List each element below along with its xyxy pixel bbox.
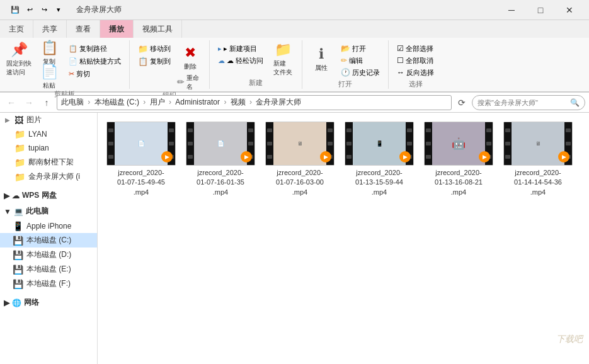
paste-button[interactable]: 📄 粘贴 <box>35 65 63 88</box>
window-controls: ─ □ ✕ <box>497 0 584 20</box>
sidebar-item-localf[interactable]: 💾 本地磁盘 (F:) <box>0 276 97 291</box>
selectall-icon: ☑ <box>397 44 404 53</box>
film-hole <box>328 142 333 145</box>
deselect-button[interactable]: ☐ 全部取消 <box>394 55 437 66</box>
sidebar-item-locale[interactable]: 💾 本地磁盘 (E:) <box>0 262 97 276</box>
reverse-button[interactable]: ↔ 反向选择 <box>394 67 437 78</box>
film-hole <box>248 142 253 145</box>
newfolder-label: 新建文件夹 <box>273 59 292 77</box>
rename-label: 重命名 <box>186 74 203 91</box>
file-thumb-1: 📄 ▶ <box>106 122 176 166</box>
pasteshortcut-button[interactable]: 📄 粘贴快捷方式 <box>66 55 124 67</box>
newproject-icon: ▸ <box>218 45 222 53</box>
sidebar-item-locald[interactable]: 💾 本地磁盘 (D:) <box>0 247 97 262</box>
file-item-4[interactable]: 📱 ▶ jzrecord_2020-01-13-15-59-44.mp4 <box>345 122 414 197</box>
thumb-preview-1: 📄 <box>137 139 146 148</box>
newproject-button[interactable]: ▸ ▸ 新建项目 <box>215 43 266 54</box>
copy-button[interactable]: 📋 复制 <box>35 42 63 64</box>
up-button[interactable]: ↑ <box>39 95 54 110</box>
easyaccess-button[interactable]: ☁ ☁ 轻松访问 <box>215 55 266 66</box>
tab-share[interactable]: 共享 <box>33 20 67 38</box>
qat-dropdown[interactable]: ▾ <box>52 4 65 16</box>
film-strip-left-5 <box>425 122 432 165</box>
delete-button[interactable]: ✖ 删除 <box>176 42 204 74</box>
ribbon-group-clipboard: 📌 固定到快速访问 📋 复制 📄 粘贴 📋 复 <box>0 40 130 89</box>
localc-label: 本地磁盘 (C:) <box>26 235 71 246</box>
expand-thispc-icon: ▼ <box>4 207 11 216</box>
file-name-3: jzrecord_2020-01-07-16-03-00.mp4 <box>276 168 324 197</box>
rename-button[interactable]: ✏ 重命名 <box>176 76 204 89</box>
close-button[interactable]: ✕ <box>555 0 584 20</box>
newfolder-button[interactable]: 📁 新建文件夹 <box>269 42 297 77</box>
search-input[interactable] <box>477 99 568 106</box>
sidebar-group-network[interactable]: ▶ 🌐 网络 <box>0 295 97 310</box>
maximize-button[interactable]: □ <box>526 0 555 20</box>
open-button[interactable]: 📂 打开 <box>338 43 383 54</box>
select-buttons: ☑ 全部选择 ☐ 全部取消 ↔ 反向选择 <box>394 42 437 78</box>
file-item-1[interactable]: 📄 ▶ jzrecord_2020-01-07-15-49-45.mp4 <box>106 122 176 197</box>
file-name-4: jzrecord_2020-01-13-15-59-44.mp4 <box>355 168 403 197</box>
sidebar-item-pictures[interactable]: ▶ 🖼 图片 <box>0 113 97 127</box>
moveto-button[interactable]: 📁 移动到 <box>135 43 174 54</box>
selectall-button[interactable]: ☑ 全部选择 <box>394 43 437 54</box>
pasteshortcut-label: 粘贴快捷方式 <box>79 57 121 66</box>
qat-redo[interactable]: ↪ <box>38 4 50 16</box>
expand-wps-icon: ▶ <box>4 191 9 200</box>
qat-save[interactable]: 💾 <box>9 4 21 16</box>
film-hole <box>346 142 352 145</box>
thumb-content-5: 🤖 <box>432 122 485 165</box>
window-title: 金舟录屏大师 <box>76 4 122 15</box>
forward-button[interactable]: → <box>21 95 37 110</box>
refresh-button[interactable]: ⟳ <box>454 95 469 110</box>
file-name-6: jzrecord_2020-01-14-14-54-36.mp4 <box>514 168 562 197</box>
property-button[interactable]: ℹ 属性 <box>307 42 335 77</box>
organize-buttons: 📁 移动到 📋 复制到 ✖ 删除 ✏ 重命名 <box>135 42 204 89</box>
qat-undo[interactable]: ↩ <box>23 4 36 16</box>
film-hole <box>169 142 174 145</box>
pin-button[interactable]: 📌 固定到快速访问 <box>5 42 33 77</box>
file-item-6[interactable]: 🖥 ▶ jzrecord_2020-01-14-14-54-36.mp4 <box>503 122 573 197</box>
sidebar-item-iphone[interactable]: 📱 Apple iPhone <box>0 219 97 233</box>
watermark: 下载吧 <box>556 334 583 345</box>
film-hole <box>108 142 113 145</box>
tab-view[interactable]: 查看 <box>67 20 100 38</box>
sidebar-item-jzrecorder[interactable]: ▶ 📁 金舟录屏大师 (i <box>0 169 97 184</box>
sidebar-item-lingnan[interactable]: ▶ 📁 鄺南豺橙下架 <box>0 155 97 169</box>
delete-label: 删除 <box>184 62 197 71</box>
thumb-content-1: 📄 <box>115 122 168 165</box>
sidebar-group-wps[interactable]: ▶ ☁ WPS 网盘 <box>0 188 97 203</box>
copyto-label: 复制到 <box>150 57 171 66</box>
pin-icon: 📌 <box>11 42 28 58</box>
minimize-button[interactable]: ─ <box>497 0 526 20</box>
copypath-label: 复制路径 <box>79 44 107 54</box>
deselect-label: 全部取消 <box>406 56 433 65</box>
address-path[interactable]: 此电脑 › 本地磁盘 (C:) › 用户 › Administrator › 视… <box>57 95 452 110</box>
history-button[interactable]: 🕐 历史记录 <box>338 67 383 78</box>
back-button[interactable]: ← <box>4 95 19 110</box>
tab-video-tools[interactable]: 视频工具 <box>134 20 182 38</box>
file-item-2[interactable]: 📄 ▶ jzrecord_2020-01-07-16-01-35.mp4 <box>186 122 255 197</box>
sidebar-item-localc[interactable]: 💾 本地磁盘 (C:) <box>0 233 97 247</box>
cut-button[interactable]: ✂ 剪切 <box>66 68 124 79</box>
search-box[interactable]: 🔍 <box>472 95 585 110</box>
sidebar-item-lyan[interactable]: ▶ 📁 LYAN <box>0 127 97 141</box>
film-hole <box>267 155 272 159</box>
selectall-label: 全部选择 <box>406 44 433 54</box>
film-hole <box>346 128 352 132</box>
edit-button[interactable]: ✏ 编辑 <box>338 55 383 66</box>
copyto-button[interactable]: 📋 复制到 <box>135 55 174 67</box>
tab-home[interactable]: 主页 <box>0 20 33 38</box>
reverse-label: 反向选择 <box>406 68 434 77</box>
select-label: 选择 <box>409 78 423 89</box>
thumb-content-2: 📄 <box>194 122 247 165</box>
file-item-3[interactable]: 🖥 ▶ jzrecord_2020-01-07-16-03-00.mp4 <box>265 122 335 197</box>
wps-icon: ☁ <box>12 191 20 200</box>
clipboard-buttons: 📌 固定到快速访问 📋 复制 📄 粘贴 📋 复 <box>5 42 124 88</box>
file-item-5[interactable]: 🤖 ▶ jzrecord_2020-01-13-16-08-21.mp4 <box>424 122 493 197</box>
tab-bofang[interactable]: 播放 <box>100 20 134 38</box>
copypath-button[interactable]: 📋 复制路径 <box>66 43 124 54</box>
film-hole <box>566 142 571 145</box>
sidebar-group-thispc[interactable]: ▼ 💻 此电脑 <box>0 203 97 219</box>
open-icon: 📂 <box>341 44 350 53</box>
sidebar-item-tupian[interactable]: ▶ 📁 tupian <box>0 141 97 155</box>
